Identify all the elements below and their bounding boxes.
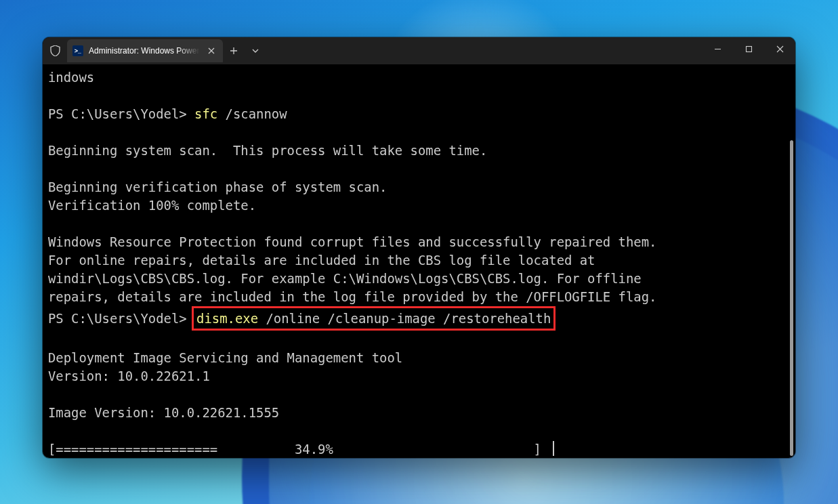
titlebar[interactable]: >_ Administrator: Windows PowerShell [43, 37, 795, 64]
tab-title: Administrator: Windows PowerShell [89, 46, 200, 56]
minimize-button[interactable] [702, 37, 733, 60]
annotation-highlight-box: dism.exe /online /cleanup-image /restore… [192, 306, 556, 331]
terminal-cursor [553, 441, 554, 456]
admin-shield-icon [43, 37, 67, 64]
prompt-text: PS C:\Users\Yodel> [48, 106, 194, 121]
window-controls [702, 37, 795, 60]
close-window-button[interactable] [764, 37, 795, 60]
output-line: Version: 10.0.22621.1 [48, 369, 210, 383]
prompt-text: PS C:\Users\Yodel> [48, 311, 194, 326]
output-line: Verification 100% complete. [48, 198, 256, 213]
titlebar-left: >_ Administrator: Windows PowerShell [43, 37, 266, 64]
scrollbar-thumb[interactable] [790, 140, 793, 456]
powershell-icon: >_ [72, 45, 83, 56]
active-tab[interactable]: >_ Administrator: Windows PowerShell [67, 39, 223, 62]
command-args: /online /cleanup-image /restorehealth [258, 311, 551, 326]
terminal-area[interactable]: indows PS C:\Users\Yodel> sfc /scannow B… [43, 64, 795, 458]
output-line: Deployment Image Servicing and Managemen… [48, 350, 402, 365]
command-name: sfc [194, 106, 217, 121]
output-line: Windows Resource Protection found corrup… [48, 234, 656, 304]
terminal-output[interactable]: indows PS C:\Users\Yodel> sfc /scannow B… [43, 64, 795, 458]
command-name: dism.exe [196, 311, 258, 326]
maximize-button[interactable] [733, 37, 764, 60]
output-line: Beginning verification phase of system s… [48, 180, 387, 194]
svg-rect-0 [746, 46, 751, 51]
tab-close-button[interactable] [205, 45, 217, 57]
new-tab-button[interactable] [223, 39, 245, 62]
progress-line: [===================== 34.9% ] [48, 442, 549, 457]
command-args: /scannow [217, 106, 287, 121]
output-line: indows [48, 70, 94, 85]
output-line: Beginning system scan. This process will… [48, 143, 487, 158]
output-line: Image Version: 10.0.22621.1555 [48, 405, 279, 420]
terminal-window: >_ Administrator: Windows PowerShell [43, 37, 795, 458]
tab-dropdown-button[interactable] [245, 39, 266, 62]
